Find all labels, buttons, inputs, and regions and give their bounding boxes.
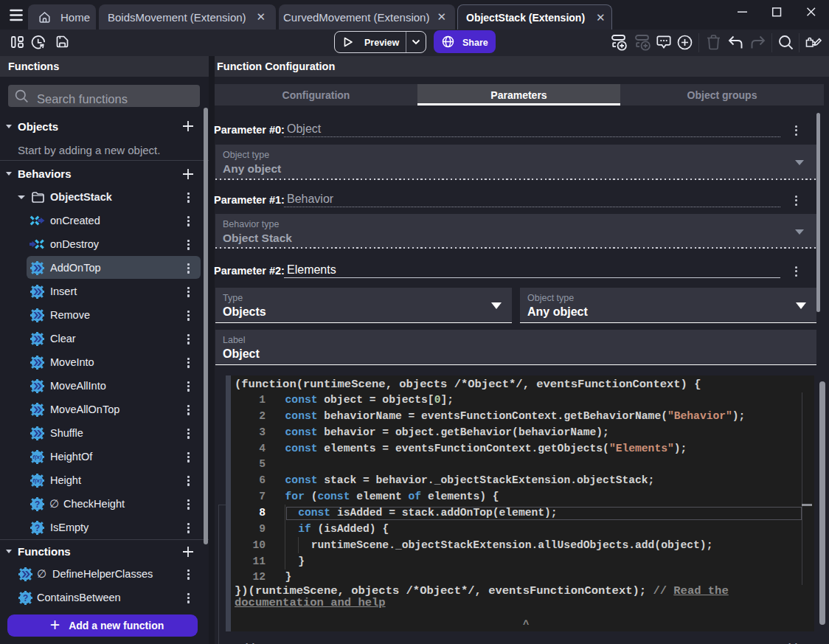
svg-text:?: ? [23, 592, 28, 603]
svg-text:?: ? [35, 499, 40, 509]
svg-text:f(x): f(x) [32, 477, 42, 484]
svg-text:f(x): f(x) [32, 454, 42, 460]
svg-text:?: ? [35, 522, 40, 533]
